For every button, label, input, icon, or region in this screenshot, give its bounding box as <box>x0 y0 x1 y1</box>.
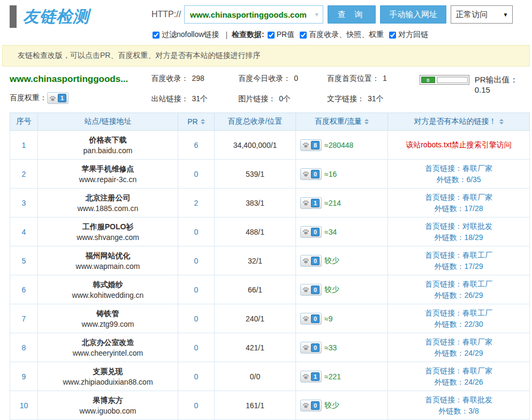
outlink-count-text[interactable]: 外链数：6/35 <box>388 174 529 185</box>
col-header-backlink-sort[interactable]: 对方是否有本站的链接！ <box>388 113 530 131</box>
baidu-index-cell: 383/1 <box>215 189 296 218</box>
homepage-link-text[interactable]: 首页链接：春联厂家 <box>388 163 529 174</box>
check-option[interactable]: 百度收录、快照、权重 <box>300 30 384 40</box>
table-row: 3 北京注册公司 www.1885.com.cn 2 383/1 <box>10 189 530 218</box>
backlink-cell: 首页链接：对联批发 外链数：18/29 <box>388 218 530 246</box>
outlink-count-text[interactable]: 外链数：26/29 <box>388 290 529 301</box>
access-mode-select[interactable]: 正常访问 ▼ <box>451 5 513 24</box>
check-option-checkbox[interactable] <box>389 32 396 39</box>
weight-traffic-cell: 1 ≈214 <box>296 189 388 218</box>
pr-value: 0 <box>178 304 215 333</box>
traffic-estimate: ≈221 <box>324 372 341 381</box>
traffic-estimate: 较少 <box>324 285 339 295</box>
homepage-link-text[interactable]: 首页链接：春联工厂 <box>388 250 529 261</box>
weight-value: 8 <box>311 141 320 149</box>
manual-input-button[interactable]: 手动输入网址 <box>380 5 446 24</box>
url-dropdown-arrow-icon[interactable]: ▼ <box>314 11 320 18</box>
nofollow-filter-option[interactable]: 过滤nofollow链接 <box>153 30 219 40</box>
homepage-link-text[interactable]: 首页链接：春联工厂 <box>388 279 529 290</box>
traffic-estimate: ≈9 <box>324 314 332 323</box>
baidu-index-cell: 488/1 <box>215 218 296 246</box>
sort-icon <box>201 119 205 124</box>
baidu-weight-badge: 0 <box>300 313 322 325</box>
site-cell: 铸铁管 www.ztg99.com <box>38 304 178 333</box>
nofollow-filter-checkbox[interactable] <box>153 32 159 39</box>
nofollow-filter-label: 过滤nofollow链接 <box>162 30 219 40</box>
site-name: 价格表下载 <box>38 134 178 145</box>
paw-icon <box>302 141 309 148</box>
site-name: 果博东方 <box>38 395 178 406</box>
homepage-link-text[interactable]: 首页链接：春联厂家 <box>388 336 529 348</box>
summary-panel: www.chinasportinggoods... 百度权重： 1 百度收录：2… <box>0 66 532 109</box>
homepage-link-text[interactable]: 首页链接：对联批发 <box>388 221 529 232</box>
col-header-pr-sort[interactable]: PR <box>178 113 215 131</box>
row-index: 1 <box>10 131 38 160</box>
baidu-weight-badge: 1 <box>300 197 322 209</box>
pr-output-label: PR输出值：0.15 <box>475 75 532 94</box>
site-url: pan.baidu.com <box>38 145 178 156</box>
baidu-weight-badge: 0 <box>300 168 322 180</box>
logo: 友链检测 <box>10 5 151 28</box>
col-header-weight-sort[interactable]: 百度权重/流量 <box>296 113 388 131</box>
backlink-cell: 首页链接：春联厂家 外链数：17/28 <box>388 189 530 218</box>
traffic-estimate: ≈33 <box>324 343 337 352</box>
stat-value: 31个 <box>192 94 208 103</box>
header: 友链检测 HTTP:// ▼ 查 询 手动输入网址 正常访问 ▼ 过滤nof <box>0 0 532 40</box>
outlink-count-text[interactable]: 外链数：24/26 <box>388 377 529 388</box>
paw-icon <box>302 344 309 351</box>
divider: | <box>225 31 227 39</box>
homepage-link-text[interactable]: 首页链接：春联批发 <box>388 394 529 406</box>
weight-value: 0 <box>311 170 320 178</box>
backlink-cell: 首页链接：春联厂家 外链数：24/26 <box>388 362 530 391</box>
table-row: 6 韩式婚纱 www.kohitwedding.cn 0 66/1 <box>10 275 530 304</box>
check-option-checkbox[interactable] <box>268 32 275 39</box>
homepage-link-text[interactable]: 首页链接：春联厂家 <box>388 192 529 203</box>
outlink-count-text[interactable]: 外链数：18/29 <box>388 232 529 243</box>
row-index: 3 <box>10 189 38 218</box>
pr-bar: 0 <box>420 75 469 85</box>
col-header-index: 序号 <box>10 113 38 131</box>
outlink-count-text[interactable]: 外链数：17/28 <box>388 203 529 214</box>
baidu-index-cell: 240/1 <box>215 304 296 333</box>
check-option[interactable]: PR值 <box>268 30 294 40</box>
weight-value: 1 <box>311 199 320 207</box>
access-mode-value: 正常访问 <box>455 10 488 20</box>
site-url: www.ztg99.com <box>38 319 178 329</box>
weight-traffic-cell: 0 较少 <box>296 246 388 275</box>
baidu-index-cell: 161/1 <box>215 391 296 420</box>
weight-traffic-cell: 8 ≈280448 <box>296 131 388 160</box>
backlink-cell: 首页链接：春联工厂 外链数：17/29 <box>388 246 530 275</box>
weight-traffic-cell: 0 ≈16 <box>296 160 388 189</box>
stat-label: 百度收录： <box>151 74 188 82</box>
check-option-checkbox[interactable] <box>300 32 307 39</box>
weight-value: 0 <box>311 257 320 265</box>
outlink-count-text[interactable]: 外链数：17/29 <box>388 261 529 272</box>
stat-label: 出站链接： <box>151 94 188 103</box>
baidu-index-cell: 34,400,000/1 <box>215 131 296 160</box>
query-button[interactable]: 查 询 <box>328 5 376 24</box>
paw-icon <box>49 95 56 102</box>
weight-traffic-cell: 0 较少 <box>296 391 388 420</box>
table-header-row: 序号 站点/链接地址 PR 百度总收录/位置 百度权重/流量 对方是否有本站的链… <box>10 113 530 131</box>
homepage-link-text[interactable]: 首页链接：春联工厂 <box>388 308 529 319</box>
url-input[interactable] <box>190 10 311 19</box>
row-index: 8 <box>10 333 38 362</box>
weight-traffic-cell: 0 较少 <box>296 275 388 304</box>
checked-site-url[interactable]: www.chinasportinggoods... <box>10 74 151 85</box>
baidu-index-cell: 66/1 <box>215 275 296 304</box>
col-header-baidu-index: 百度总收录/位置 <box>215 113 296 131</box>
row-index: 5 <box>10 246 38 275</box>
homepage-link-text[interactable]: 首页链接：春联厂家 <box>388 365 529 377</box>
weight-value: 0 <box>311 401 320 410</box>
check-option[interactable]: 对方回链 <box>389 30 428 40</box>
logo-bar <box>10 5 17 28</box>
baidu-index-cell: 32/1 <box>215 246 296 275</box>
outlink-count-text[interactable]: 外链数：24/29 <box>388 348 529 359</box>
check-data-label: 检查数据: <box>232 30 264 40</box>
stat-label: 百度今日收录： <box>238 74 291 82</box>
url-input-box: ▼ <box>184 5 323 24</box>
site-cell: 福州网站优化 www.wapmain.com <box>38 246 178 275</box>
stat-value: 31个 <box>368 94 384 103</box>
outlink-count-text[interactable]: 外链数：3/8 <box>388 406 529 417</box>
outlink-count-text[interactable]: 外链数：22/30 <box>388 319 529 330</box>
